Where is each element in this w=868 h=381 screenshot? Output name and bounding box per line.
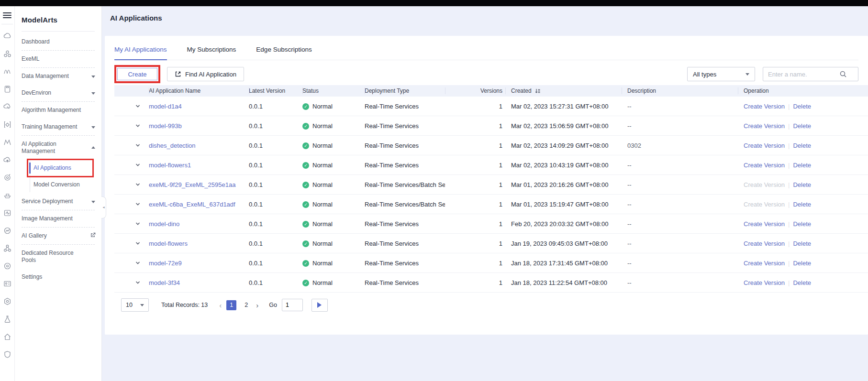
organization-icon[interactable] — [2, 49, 12, 59]
create-version-link[interactable]: Create Version — [744, 142, 785, 149]
delete-link[interactable]: Delete — [793, 181, 811, 188]
package-hexagon-icon[interactable] — [2, 296, 12, 306]
app-name-link[interactable]: exeML-9f29_ExeML_2595e1aa — [149, 181, 235, 188]
sidebar-item-ai-gallery[interactable]: AI Gallery — [15, 228, 101, 244]
sidebar-item-data-management[interactable]: Data Management — [15, 68, 101, 85]
expand-chevron-icon[interactable] — [135, 123, 141, 129]
shield-icon[interactable] — [2, 349, 12, 359]
cloud-upload-icon[interactable] — [2, 155, 12, 165]
create-version-link[interactable]: Create Version — [744, 162, 785, 169]
app-name-link[interactable]: model-dino — [149, 220, 179, 228]
sidebar-item-dedicated-resource-pools[interactable]: Dedicated Resource Pools — [15, 245, 101, 269]
sidebar-item-training-management[interactable]: Training Management — [15, 119, 101, 135]
expand-chevron-icon[interactable] — [135, 221, 141, 227]
sidebar-item-settings[interactable]: Settings — [15, 269, 101, 285]
find-ai-application-button[interactable]: Find AI Application — [167, 67, 244, 81]
created-cell: Mar 02, 2023 10:43:19 GMT+08:00 — [505, 162, 622, 169]
sidebar-item-algorithm-management[interactable]: Algorithm Management — [15, 102, 101, 119]
sidebar-collapse-icon[interactable]: ◂ — [101, 196, 106, 218]
sidebar-item-ai-applications[interactable]: AI Applications — [15, 160, 101, 176]
prev-page-icon[interactable]: ‹ — [219, 302, 222, 309]
delete-link[interactable]: Delete — [793, 260, 811, 267]
app-name-link[interactable]: model-72e9 — [149, 260, 182, 267]
notebook-icon[interactable] — [2, 84, 12, 94]
tab-my-ai-applications[interactable]: My AI Applications — [114, 46, 167, 60]
sidebar-item-service-deployment[interactable]: Service Deployment — [15, 193, 101, 210]
deployment-type-cell: Real-Time Services — [365, 240, 445, 247]
app-name-link[interactable]: model-flowers1 — [149, 162, 191, 169]
federated-learning-icon[interactable] — [2, 173, 12, 183]
create-version-link[interactable]: Create Version — [744, 201, 785, 208]
delete-link[interactable]: Delete — [793, 142, 811, 149]
expand-chevron-icon[interactable] — [135, 240, 141, 246]
status-badge: ✓ Normal — [302, 279, 333, 286]
type-filter-select[interactable]: All types — [687, 67, 755, 81]
operation-divider: | — [788, 162, 790, 169]
delete-link[interactable]: Delete — [793, 279, 811, 286]
sidebar-item-ai-application-management[interactable]: AI Application Management — [15, 136, 101, 160]
created-cell: Mar 01, 2023 15:19:47 GMT+08:00 — [505, 201, 622, 208]
hamburger-icon[interactable] — [3, 11, 11, 20]
app-name-link[interactable]: model-3f34 — [149, 279, 180, 286]
sidebar-item-dashboard[interactable]: Dashboard — [15, 33, 101, 50]
delete-link[interactable]: Delete — [793, 122, 811, 130]
expand-chevron-icon[interactable] — [135, 260, 141, 266]
app-name-link[interactable]: model-flowers — [149, 240, 188, 247]
create-version-link[interactable]: Create Version — [744, 279, 785, 286]
create-button[interactable]: Create — [117, 68, 157, 80]
app-name-link[interactable]: exeML-c6ba_ExeML_637d1adf — [149, 201, 235, 208]
lab-flask-icon[interactable] — [2, 314, 12, 324]
tab-my-subscriptions[interactable]: My Subscriptions — [187, 46, 236, 60]
sidebar-item-image-management[interactable]: Image Management — [15, 210, 101, 227]
delete-link[interactable]: Delete — [793, 103, 811, 110]
next-page-icon[interactable]: › — [256, 302, 258, 309]
versions-cell: 1 — [445, 260, 505, 267]
pipeline-ship-icon[interactable] — [2, 190, 12, 200]
sidebar-item-exeml[interactable]: ExeML — [15, 51, 101, 67]
delete-link[interactable]: Delete — [793, 162, 811, 169]
workflow-waves-icon[interactable] — [2, 66, 12, 76]
link-icon — [90, 232, 96, 240]
versions-cell: 1 — [445, 279, 505, 286]
create-version-link[interactable]: Create Version — [744, 220, 785, 228]
chart-circle-icon[interactable] — [2, 226, 12, 236]
expand-chevron-icon[interactable] — [135, 201, 141, 207]
sort-icon[interactable] — [534, 88, 541, 94]
metrics-m-icon[interactable] — [2, 137, 12, 147]
cloud-console-icon[interactable] — [2, 31, 12, 41]
expand-chevron-icon[interactable] — [135, 162, 141, 168]
page-size-select[interactable]: 10 — [121, 298, 149, 312]
page-number-2[interactable]: 2 — [241, 300, 251, 310]
go-page-input[interactable] — [282, 299, 303, 311]
sidebar-item-model-conversion[interactable]: Model Conversion — [15, 176, 101, 193]
tab-edge-subscriptions[interactable]: Edge Subscriptions — [256, 46, 312, 60]
expand-chevron-icon[interactable] — [135, 182, 141, 187]
delete-link[interactable]: Delete — [793, 220, 811, 228]
code-diamond-icon[interactable] — [2, 120, 12, 130]
expand-cell — [114, 221, 149, 227]
app-name-link[interactable]: model-d1a4 — [149, 103, 182, 110]
cluster-nodes-icon[interactable] — [2, 243, 12, 253]
eye-icon[interactable] — [2, 261, 12, 271]
expand-cell — [114, 240, 149, 246]
home-icon[interactable] — [2, 332, 12, 342]
expand-chevron-icon[interactable] — [135, 103, 141, 109]
app-name-link[interactable]: model-993b — [149, 122, 182, 130]
create-version-link[interactable]: Create Version — [744, 122, 785, 130]
sidebar-item-devenviron[interactable]: DevEnviron — [15, 85, 101, 101]
delete-link[interactable]: Delete — [793, 201, 811, 208]
app-name-link[interactable]: dishes_detection — [149, 142, 196, 149]
expand-chevron-icon[interactable] — [135, 142, 141, 148]
search-icon[interactable] — [839, 70, 847, 80]
create-version-link[interactable]: Create Version — [744, 103, 785, 110]
delete-link[interactable]: Delete — [793, 240, 811, 247]
health-monitor-icon[interactable] — [2, 208, 12, 218]
dev-cloud-icon[interactable] — [2, 102, 12, 112]
page-number-1[interactable]: 1 — [226, 300, 236, 310]
id-card-icon[interactable] — [2, 279, 12, 289]
create-version-link[interactable]: Create Version — [744, 181, 785, 188]
go-page-button[interactable] — [312, 299, 328, 312]
create-version-link[interactable]: Create Version — [744, 240, 785, 247]
expand-chevron-icon[interactable] — [135, 280, 141, 285]
create-version-link[interactable]: Create Version — [744, 260, 785, 267]
